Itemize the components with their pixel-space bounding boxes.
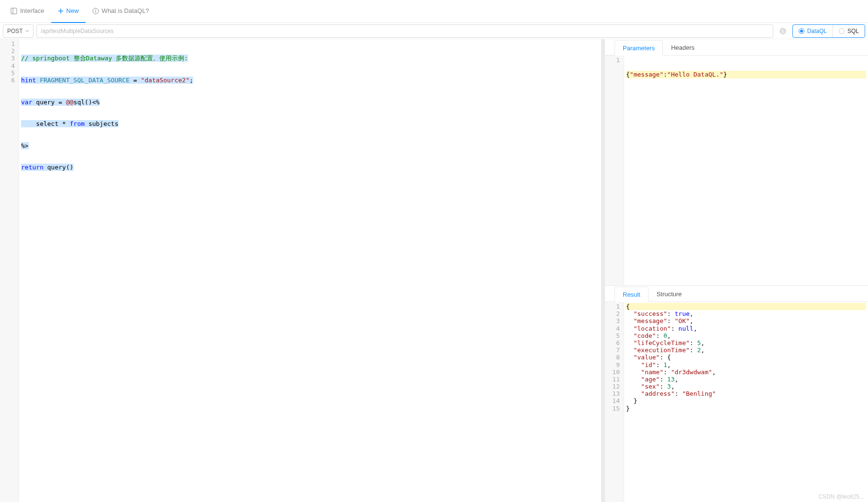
tab-new[interactable]: New — [51, 0, 86, 23]
tab-interface[interactable]: Interface — [4, 0, 51, 23]
tab-new-label: New — [66, 7, 79, 14]
editor-gutter: 123456 — [0, 39, 19, 502]
tab-result[interactable]: Result — [615, 287, 648, 302]
tab-parameters[interactable]: Parameters — [615, 40, 663, 56]
code-editor[interactable]: 123456 // springboot 整合Dataway 多数据源配置。使用… — [0, 39, 601, 502]
svg-point-5 — [95, 9, 96, 10]
radio-sql[interactable]: SQL — [833, 25, 865, 37]
info-button[interactable] — [776, 24, 790, 38]
right-pane: Parameters Headers 1 {"message":"Hello D… — [605, 39, 868, 502]
info-icon — [92, 8, 99, 14]
result-gutter: 123456789101112131415 — [605, 302, 624, 502]
editor-body[interactable]: // springboot 整合Dataway 多数据源配置。使用示例: hin… — [19, 39, 601, 502]
panel-icon — [11, 8, 17, 14]
result-editor[interactable]: 123456789101112131415 { "success": true,… — [605, 302, 868, 502]
tab-help-label: What is DataQL? — [102, 7, 149, 14]
radio-sql-label: SQL — [847, 28, 859, 34]
request-bar: POST DataQL SQL — [0, 23, 868, 39]
http-method-select[interactable]: POST — [3, 24, 33, 38]
top-tabs: Interface New What is DataQL? — [0, 0, 868, 23]
chevron-down-icon — [25, 29, 29, 33]
http-method-value: POST — [7, 28, 23, 34]
tab-headers[interactable]: Headers — [663, 40, 703, 55]
params-tabs: Parameters Headers — [605, 39, 868, 56]
main-area: 123456 // springboot 整合Dataway 多数据源配置。使用… — [0, 39, 868, 502]
radio-circle-icon — [839, 28, 845, 34]
code-comment: // springboot 整合Dataway 多数据源配置。使用示例: — [21, 55, 188, 62]
language-radio-group: DataQL SQL — [792, 24, 865, 38]
tab-structure[interactable]: Structure — [648, 286, 690, 301]
svg-rect-9 — [782, 31, 783, 33]
svg-rect-0 — [11, 8, 17, 14]
plus-icon — [58, 8, 64, 14]
radio-dataql-label: DataQL — [807, 28, 827, 34]
code-editor-pane: 123456 // springboot 整合Dataway 多数据源配置。使用… — [0, 39, 605, 502]
result-body: { "success": true, "message": "OK", "loc… — [624, 302, 868, 502]
params-editor[interactable]: 1 {"message":"Hello DataQL."} — [605, 56, 868, 285]
watermark: CSDN @leo825... — [818, 493, 864, 500]
result-pane: Result Structure 123456789101112131415 {… — [605, 285, 868, 502]
params-gutter: 1 — [605, 56, 624, 285]
tab-interface-label: Interface — [20, 7, 44, 14]
radio-dataql[interactable]: DataQL — [793, 25, 833, 37]
api-url-input[interactable] — [36, 24, 773, 38]
svg-point-8 — [782, 29, 783, 30]
tab-help[interactable]: What is DataQL? — [86, 0, 156, 23]
result-tabs: Result Structure — [605, 286, 868, 302]
radio-circle-icon — [799, 28, 804, 34]
